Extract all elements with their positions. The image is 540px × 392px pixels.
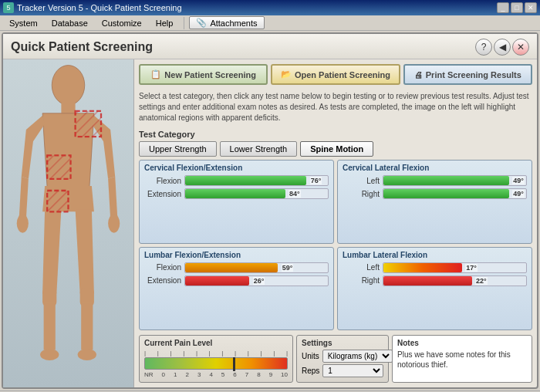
notes-text[interactable]: Plus we have some notes for this notorio… <box>397 350 527 370</box>
lumbar-flex-ext-box: Lumbar Flexion/Extension Flexion 59° Ext… <box>139 247 334 331</box>
pain-label-4: 4 <box>209 371 212 378</box>
category-buttons: Upper Strength Lower Strength Spine Moti… <box>139 141 532 157</box>
left-value: 49° <box>512 177 525 184</box>
cervical-lat-box: Cervical Lateral Flexion Left 49° Right <box>337 160 532 244</box>
open-patient-screening-button[interactable]: 📂 Open Patient Screening <box>271 64 400 85</box>
back-icon: ◀ <box>499 42 506 52</box>
maximize-button[interactable]: □ <box>511 2 523 13</box>
cervical-flex-ext-title: Cervical Flexion/Extension <box>144 164 329 172</box>
lumbar-flexion-bar-container[interactable]: 59° <box>184 262 329 273</box>
lower-strength-button[interactable]: Lower Strength <box>220 141 298 157</box>
pain-level-box: Current Pain Level |||||||||||| NR 0 <box>139 335 293 383</box>
new-icon: 📋 <box>150 69 161 79</box>
lumbar-right-bar-container[interactable]: 22° <box>383 275 527 286</box>
pain-label-10: 10 <box>281 371 288 378</box>
flexion-label: Flexion <box>144 177 181 185</box>
svg-rect-1 <box>61 102 75 113</box>
print-screening-results-button[interactable]: 🖨 Print Screening Results <box>403 64 532 85</box>
new-patient-screening-button[interactable]: 📋 New Patient Screening <box>139 64 268 85</box>
flexion-bar-container[interactable]: 76° <box>184 175 329 186</box>
open-label: Open Patient Screening <box>295 70 390 79</box>
pain-scale[interactable] <box>144 357 288 370</box>
units-label: Units <box>302 352 319 360</box>
lumbar-right-value: 22° <box>475 277 488 285</box>
pain-marker <box>233 357 235 371</box>
svg-point-0 <box>52 66 85 106</box>
body-figure <box>3 59 133 387</box>
reps-label: Reps <box>302 367 319 375</box>
right-bar-container[interactable]: 49° <box>383 188 527 199</box>
reps-select[interactable]: 1 <box>322 364 383 377</box>
pain-labels: NR 0 1 2 3 4 5 6 7 8 9 10 <box>144 371 288 378</box>
lumbar-lat-box: Lumbar Lateral Flexion Left 17° Right <box>337 247 532 331</box>
menu-bar: System Database Customize Help 📎 Attachm… <box>0 15 540 31</box>
title-bar: 5 Tracker Version 5 - Quick Patient Scre… <box>0 0 540 15</box>
upper-strength-button[interactable]: Upper Strength <box>139 141 217 157</box>
lumbar-right-bar: 22° <box>383 276 472 286</box>
pain-label-7: 7 <box>245 371 248 378</box>
lumbar-left-label: Left <box>343 263 380 272</box>
lumbar-left-value: 17° <box>465 264 478 272</box>
lumbar-left-row: Left 17° <box>343 262 527 273</box>
left-bar-container[interactable]: 49° <box>383 175 527 186</box>
notes-title: Notes <box>397 339 527 347</box>
svg-rect-11 <box>47 155 70 178</box>
close-window-button[interactable]: ✕ <box>512 39 529 56</box>
extension-bar: 84° <box>185 189 285 198</box>
attachments-button[interactable]: 📎 Attachments <box>189 16 264 29</box>
cervical-lat-title: Cervical Lateral Flexion <box>343 164 527 172</box>
app-icon: 5 <box>3 2 14 13</box>
window-close-button[interactable]: ✕ <box>525 2 537 13</box>
extension-bar-container[interactable]: 84° <box>184 188 329 199</box>
help-button[interactable]: ? <box>475 39 492 56</box>
units-select[interactable]: Kilograms (kg) <box>322 350 393 363</box>
minimize-button[interactable]: _ <box>497 2 509 13</box>
left-row: Left 49° <box>343 175 527 186</box>
lumbar-extension-bar-container[interactable]: 26° <box>184 275 329 286</box>
svg-point-3 <box>108 214 120 232</box>
right-row: Right 49° <box>343 188 527 199</box>
right-bar: 49° <box>383 189 509 198</box>
svg-point-9 <box>78 349 96 360</box>
cervical-flex-ext-box: Cervical Flexion/Extension Flexion 76° E… <box>139 160 334 244</box>
notes-box: Notes Plus we have some notes for this n… <box>392 335 532 383</box>
settings-box: Settings Units Kilograms (kg) Reps 1 <box>296 335 389 383</box>
reps-row: Reps 1 <box>302 364 383 377</box>
lumbar-flexion-value: 59° <box>282 264 294 272</box>
menu-customize[interactable]: Customize <box>96 17 148 29</box>
svg-point-2 <box>17 214 29 232</box>
lumbar-left-bar-container[interactable]: 17° <box>383 262 527 273</box>
print-label: Print Screening Results <box>426 70 521 79</box>
lumbar-flex-ext-title: Lumbar Flexion/Extension <box>144 251 329 259</box>
pain-label-nr: NR <box>144 371 154 378</box>
right-label: Right <box>343 190 380 198</box>
lumbar-lat-title: Lumbar Lateral Flexion <box>343 251 527 259</box>
lumbar-extension-bar: 26° <box>185 276 249 286</box>
menu-database[interactable]: Database <box>46 17 94 29</box>
instruction-text: Select a test category, then click any t… <box>139 90 532 125</box>
lumbar-flexion-bar: 59° <box>185 263 278 272</box>
back-button[interactable]: ◀ <box>494 39 511 56</box>
menu-help[interactable]: Help <box>150 17 180 29</box>
bottom-section: Current Pain Level |||||||||||| NR 0 <box>139 335 532 383</box>
test-category-label: Test Category <box>139 130 532 139</box>
flexion-row: Flexion 76° <box>144 175 329 186</box>
main-window: Quick Patient Screening ? ◀ ✕ <box>2 32 538 389</box>
spine-motion-button[interactable]: Spine Motion <box>300 141 373 157</box>
pain-label-5: 5 <box>221 371 224 378</box>
header-section: Quick Patient Screening ? ◀ ✕ <box>3 34 537 59</box>
pain-label-6: 6 <box>233 371 236 378</box>
lumbar-left-bar: 17° <box>383 263 462 272</box>
results-grid: Cervical Flexion/Extension Flexion 76° E… <box>139 160 532 330</box>
open-icon: 📂 <box>281 69 292 79</box>
pain-label-8: 8 <box>257 371 260 378</box>
content-area: 📋 New Patient Screening 📂 Open Patient S… <box>3 59 537 387</box>
extension-value: 84° <box>289 190 301 198</box>
settings-title: Settings <box>302 339 383 347</box>
lumbar-right-label: Right <box>343 276 380 285</box>
window-title: Tracker Version 5 - Quick Patient Screen… <box>17 3 182 12</box>
lumbar-extension-value: 26° <box>253 277 265 285</box>
svg-rect-7 <box>81 303 93 350</box>
flexion-bar: 76° <box>185 176 306 185</box>
menu-system[interactable]: System <box>3 17 44 29</box>
